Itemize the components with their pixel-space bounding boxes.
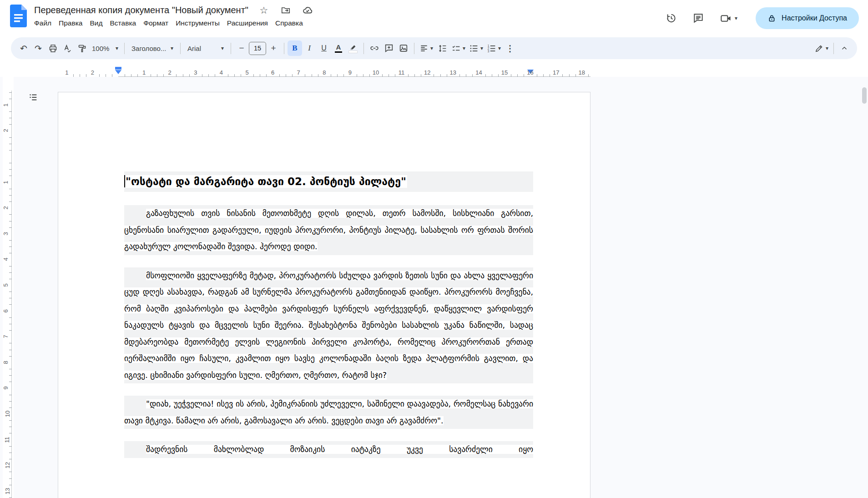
bold-button[interactable]: B <box>288 40 302 56</box>
ruler-number: 13 <box>450 69 456 76</box>
bulleted-list-button[interactable]: ▾ <box>467 40 485 56</box>
ruler-tick <box>9 420 12 421</box>
ruler-tick <box>9 272 12 273</box>
ruler-tick <box>9 99 12 99</box>
add-comment-button[interactable] <box>382 40 396 56</box>
spell-check-button[interactable] <box>60 40 75 56</box>
text-cursor <box>124 175 125 187</box>
menu-help[interactable]: Справка <box>272 18 307 29</box>
paragraph[interactable]: შადრევნის მახლობლად მოზაიკის იატაკზე უკვ… <box>124 441 533 458</box>
ruler-number: 1 <box>2 103 9 106</box>
ruler-tick <box>9 459 12 459</box>
more-options-button[interactable]: ⋮ <box>503 40 517 56</box>
menu-insert[interactable]: Вставка <box>106 18 140 29</box>
ruler-tick <box>9 472 12 472</box>
numbered-list-button[interactable]: 1 2 3 ▾ <box>485 40 503 56</box>
ruler-tick <box>9 214 12 215</box>
ruler-tick <box>9 330 12 331</box>
increase-font-size-button[interactable]: + <box>266 40 281 56</box>
chevron-down-icon: ▾ <box>826 45 828 51</box>
undo-button[interactable]: ↶ <box>16 40 31 56</box>
ruler-number: 13 <box>4 488 11 494</box>
ruler-number: 17 <box>553 69 559 76</box>
star-icon[interactable]: ☆ <box>257 4 270 16</box>
ruler-tick <box>9 227 12 228</box>
menu-view[interactable]: Вид <box>86 18 106 29</box>
ruler-tick <box>9 169 12 170</box>
redo-button[interactable]: ↷ <box>31 40 45 56</box>
ruler-tick <box>9 298 12 298</box>
ruler-tick <box>9 433 12 433</box>
ruler-number: 8 <box>323 69 326 76</box>
toolbar-divider <box>284 43 284 54</box>
horizontal-ruler[interactable]: 12123456789101112131415161718 <box>14 65 590 77</box>
document-heading[interactable]: "ოსტატი და მარგარიტა თავი 02. პონტიუს პი… <box>124 171 533 192</box>
paragraph[interactable]: მსოფლიოში ყველაფერზე მეტად, პროკურატორს … <box>124 267 533 384</box>
checklist-button[interactable]: ▾ <box>449 40 467 56</box>
ruler-tick <box>9 401 12 402</box>
ruler-tick <box>9 427 12 427</box>
ruler-number: 14 <box>475 69 482 76</box>
highlight-color-button[interactable] <box>346 40 360 56</box>
chevron-down-icon: ▾ <box>171 45 173 51</box>
cloud-status-icon[interactable] <box>301 4 314 16</box>
chevron-down-icon: ▾ <box>221 45 224 51</box>
google-docs-logo[interactable] <box>10 5 27 27</box>
version-history-icon[interactable] <box>665 12 677 24</box>
menu-edit[interactable]: Правка <box>55 18 86 29</box>
ruler-tick <box>9 221 12 221</box>
share-button-label: Настройки Доступа <box>782 14 847 22</box>
ruler-tick <box>9 395 12 395</box>
ruler-number: 5 <box>2 283 9 287</box>
chevron-down-icon: ▾ <box>430 45 433 51</box>
ruler-tick <box>9 324 12 324</box>
ruler-tick <box>9 150 12 151</box>
share-button[interactable]: Настройки Доступа <box>756 7 859 29</box>
menu-extensions[interactable]: Расширения <box>223 18 272 29</box>
font-family-select[interactable]: Arial ▾ <box>184 40 227 56</box>
menu-file[interactable]: Файл <box>30 18 55 29</box>
ruler-tick <box>9 382 12 382</box>
ruler-tick <box>9 246 12 247</box>
menu-format[interactable]: Формат <box>140 18 172 29</box>
ruler-number: 2 <box>91 69 94 76</box>
ruler-number: 9 <box>348 69 352 76</box>
document-title[interactable]: Переведенная копия документа "Новый доку… <box>34 5 248 15</box>
vertical-ruler[interactable]: 1212345678910111213 <box>3 77 14 498</box>
zoom-select[interactable]: 100% ▾ <box>89 40 121 56</box>
align-button[interactable]: ▾ <box>418 40 435 56</box>
hide-menus-button[interactable] <box>837 40 852 56</box>
ruler-tick <box>9 253 12 253</box>
vertical-scrollbar[interactable] <box>862 87 867 104</box>
paragraph[interactable]: გაზაფხულის თვის ნისანის მეთოთხმეტე დღის … <box>124 205 533 255</box>
move-folder-icon[interactable] <box>279 4 292 16</box>
ruler-number: 15 <box>501 69 508 76</box>
ruler-number: 3 <box>194 69 197 76</box>
ruler-tick <box>9 369 12 369</box>
insert-image-button[interactable] <box>396 40 411 56</box>
document-outline-icon[interactable] <box>26 91 40 104</box>
editing-mode-button[interactable]: ▾ <box>812 40 830 56</box>
document-page[interactable]: "ოსტატი და მარგარიტა თავი 02. პონტიუს პი… <box>58 92 590 498</box>
toolbar-divider <box>833 43 834 54</box>
line-spacing-button[interactable] <box>435 40 449 56</box>
meet-join-call-button[interactable]: ▾ <box>720 12 737 25</box>
text-color-button[interactable]: A <box>331 40 346 56</box>
font-size-input[interactable]: 15 <box>249 42 266 55</box>
menu-tools[interactable]: Инструменты <box>172 18 223 29</box>
print-button[interactable] <box>45 40 60 56</box>
paragraph[interactable]: "დიახ, უეჭველია! ისევ ის არის, ჰემიკრანი… <box>124 396 533 429</box>
italic-button[interactable]: I <box>302 40 317 56</box>
ruler-tick <box>9 195 12 196</box>
comments-icon[interactable] <box>692 12 704 24</box>
paint-format-button[interactable] <box>75 40 89 56</box>
ruler-tick <box>9 240 12 241</box>
left-indent-marker[interactable] <box>115 67 121 74</box>
decrease-font-size-button[interactable]: − <box>234 40 249 56</box>
insert-link-button[interactable] <box>367 40 382 56</box>
underline-button[interactable]: U <box>317 40 331 56</box>
paragraph-style-select[interactable]: Заголово... ▾ <box>128 40 177 56</box>
ruler-tick <box>9 92 12 93</box>
ruler-number: 6 <box>2 309 9 312</box>
ruler-number: 2 <box>2 206 9 210</box>
